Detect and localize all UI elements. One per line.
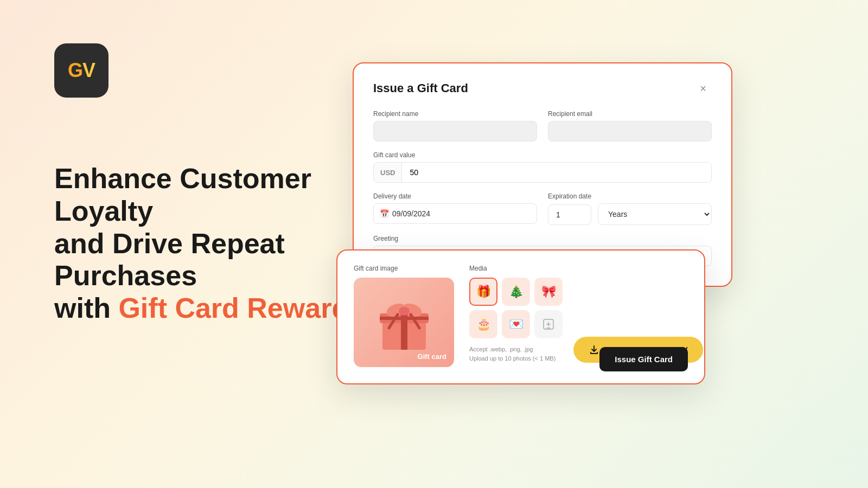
logo-section: GV [54,43,108,98]
recipient-email-input[interactable] [548,121,712,142]
media-item-box[interactable]: 🎀 [534,278,563,306]
modal-header: Issue a Gift Card × [373,80,712,97]
recipient-name-label: Recipient name [373,110,537,118]
delivery-date-input[interactable] [373,203,537,224]
delivery-date-input-wrap: 📅 [373,203,537,224]
recipient-email-group: Recipient email [548,110,712,142]
close-button[interactable]: × [694,80,712,97]
recipient-email-label: Recipient email [548,110,712,118]
upload-icon [542,318,554,330]
svg-rect-3 [380,317,429,320]
expiry-number-group [548,204,591,225]
recipient-row: Recipient name Recipient email [373,110,712,142]
delivery-date-label: Delivery date [373,192,537,200]
modal-title: Issue a Gift Card [373,81,468,95]
gift-card-value-label: Gift card value [373,151,712,159]
expiry-unit-group: Days Weeks Months Years [598,203,712,225]
media-grid: 🎁 🎄 🎀 🎂 💌 [469,278,563,338]
calendar-icon: 📅 [380,209,389,218]
greeting-label: Greeting [373,235,712,242]
gift-card-amount-input[interactable] [402,163,711,182]
gift-card-image-section: Gift card image [354,265,454,367]
media-label: Media [469,265,703,272]
gift-card-image-label: Gift card image [354,265,454,272]
expiry-unit-select[interactable]: Days Weeks Months Years [598,203,712,225]
issue-gift-card-button[interactable]: Issue Gift Card [599,347,688,371]
gift-card-value-group: Gift card value USD [373,151,712,183]
media-item-tree[interactable]: 🎄 [502,278,530,306]
bottom-card: Gift card image [336,249,705,384]
logo-box: GV [54,43,108,98]
expiry-number-input[interactable] [548,204,591,225]
expiration-date-group: Expiration date Days Weeks Months Years [548,192,712,225]
gift-card-value-input-wrap: USD [373,162,712,183]
gift-card-preview: Gift card [354,278,454,367]
media-item-upload[interactable] [534,310,563,338]
logo-icon: GV [68,59,95,82]
media-item-gift[interactable]: 🎁 [469,278,497,306]
hero-title: Enhance Customer Loyalty and Drive Repea… [54,163,369,325]
expiration-date-label: Expiration date [548,192,712,200]
hero-section: Enhance Customer Loyalty and Drive Repea… [54,163,369,325]
dates-row: Delivery date 📅 Expiration date Days Wee… [373,192,712,225]
gift-box-icon [377,293,431,352]
hero-highlight: Gift Card Rewards [118,292,365,324]
media-hint: Accept .webp, .png, .jpg Upload up to 10… [469,345,563,363]
delivery-date-group: Delivery date 📅 [373,192,537,225]
currency-prefix: USD [374,163,402,182]
expiry-row: Days Weeks Months Years [548,203,712,225]
media-grid-wrap: 🎁 🎄 🎀 🎂 💌 [469,278,563,363]
recipient-name-group: Recipient name [373,110,537,142]
upload-csv-icon [589,344,599,355]
media-item-envelope[interactable]: 💌 [502,310,530,338]
media-item-cake[interactable]: 🎂 [469,310,497,338]
issue-btn-wrap: Issue Gift Card [599,347,688,371]
svg-point-6 [399,307,410,316]
recipient-name-input[interactable] [373,121,537,142]
gift-card-label: Gift card [418,352,446,361]
